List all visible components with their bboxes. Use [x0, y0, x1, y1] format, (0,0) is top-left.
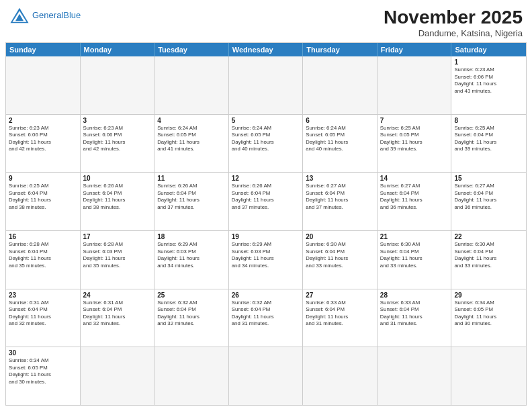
- day-number: 23: [9, 291, 77, 299]
- calendar-cell-w4-d3: 26Sunrise: 6:32 AM Sunset: 6:04 PM Dayli…: [229, 289, 304, 347]
- calendar-cell-w1-d1: 3Sunrise: 6:23 AM Sunset: 6:06 PM Daylig…: [81, 115, 155, 173]
- day-number: 4: [157, 117, 226, 124]
- day-number: 27: [306, 291, 374, 299]
- day-number: 29: [454, 291, 523, 299]
- cell-text: Sunrise: 6:24 AM Sunset: 6:05 PM Dayligh…: [157, 125, 226, 153]
- day-number: 3: [83, 117, 152, 124]
- calendar-cell-w4-d5: 28Sunrise: 6:33 AM Sunset: 6:04 PM Dayli…: [378, 289, 452, 347]
- calendar-cell-w1-d0: 2Sunrise: 6:23 AM Sunset: 6:06 PM Daylig…: [6, 115, 81, 173]
- header-friday: Friday: [378, 43, 452, 56]
- cell-text: Sunrise: 6:29 AM Sunset: 6:03 PM Dayligh…: [157, 241, 226, 269]
- header-sunday: Sunday: [6, 43, 81, 56]
- cell-text: Sunrise: 6:34 AM Sunset: 6:05 PM Dayligh…: [9, 357, 77, 385]
- day-number: 19: [232, 233, 300, 240]
- cell-text: Sunrise: 6:24 AM Sunset: 6:05 PM Dayligh…: [232, 125, 300, 153]
- logo: GeneralBlue: [9, 7, 81, 24]
- calendar-cell-w5-d1: [81, 347, 155, 405]
- cell-text: Sunrise: 6:28 AM Sunset: 6:03 PM Dayligh…: [83, 241, 152, 269]
- calendar-row-2: 9Sunrise: 6:25 AM Sunset: 6:04 PM Daylig…: [6, 172, 526, 230]
- calendar-cell-w0-d1: [81, 56, 155, 114]
- day-number: 13: [306, 175, 374, 182]
- day-number: 12: [232, 175, 300, 182]
- header-tuesday: Tuesday: [154, 43, 229, 56]
- calendar-cell-w2-d3: 12Sunrise: 6:26 AM Sunset: 6:04 PM Dayli…: [229, 173, 304, 230]
- cell-text: Sunrise: 6:29 AM Sunset: 6:03 PM Dayligh…: [232, 241, 300, 269]
- calendar-cell-w3-d5: 21Sunrise: 6:30 AM Sunset: 6:04 PM Dayli…: [378, 231, 452, 289]
- calendar-cell-w3-d0: 16Sunrise: 6:28 AM Sunset: 6:04 PM Dayli…: [6, 231, 81, 289]
- calendar-cell-w3-d4: 20Sunrise: 6:30 AM Sunset: 6:04 PM Dayli…: [303, 231, 378, 289]
- day-number: 16: [9, 233, 77, 240]
- cell-text: Sunrise: 6:24 AM Sunset: 6:05 PM Dayligh…: [306, 125, 374, 153]
- header-thursday: Thursday: [303, 43, 378, 56]
- cell-text: Sunrise: 6:33 AM Sunset: 6:04 PM Dayligh…: [306, 300, 374, 328]
- cell-text: Sunrise: 6:25 AM Sunset: 6:04 PM Dayligh…: [454, 125, 523, 153]
- cell-text: Sunrise: 6:23 AM Sunset: 6:06 PM Dayligh…: [9, 125, 77, 153]
- month-title: November 2025: [384, 7, 523, 28]
- calendar-cell-w5-d3: [229, 347, 304, 405]
- cell-text: Sunrise: 6:26 AM Sunset: 6:04 PM Dayligh…: [83, 183, 152, 211]
- calendar-cell-w0-d2: [154, 56, 229, 114]
- calendar-cell-w1-d6: 8Sunrise: 6:25 AM Sunset: 6:04 PM Daylig…: [451, 115, 526, 173]
- calendar-cell-w4-d0: 23Sunrise: 6:31 AM Sunset: 6:04 PM Dayli…: [6, 289, 81, 347]
- calendar-cell-w4-d6: 29Sunrise: 6:34 AM Sunset: 6:05 PM Dayli…: [451, 289, 526, 347]
- day-number: 15: [454, 175, 523, 182]
- day-number: 14: [380, 175, 449, 182]
- cell-text: Sunrise: 6:32 AM Sunset: 6:04 PM Dayligh…: [157, 300, 226, 328]
- calendar-cell-w0-d3: [229, 56, 304, 114]
- day-number: 25: [157, 291, 226, 299]
- calendar-cell-w3-d1: 17Sunrise: 6:28 AM Sunset: 6:03 PM Dayli…: [81, 231, 155, 289]
- page: GeneralBlue November 2025 Dandume, Katsi…: [0, 0, 532, 411]
- calendar-cell-w4-d2: 25Sunrise: 6:32 AM Sunset: 6:04 PM Dayli…: [154, 289, 229, 347]
- calendar-cell-w5-d2: [154, 347, 229, 405]
- cell-text: Sunrise: 6:27 AM Sunset: 6:04 PM Dayligh…: [454, 183, 523, 211]
- calendar-cell-w0-d4: [303, 56, 378, 114]
- calendar-cell-w0-d6: 1Sunrise: 6:23 AM Sunset: 6:06 PM Daylig…: [451, 56, 526, 114]
- day-number: 28: [380, 291, 449, 299]
- day-number: 5: [232, 117, 300, 124]
- day-number: 6: [306, 117, 374, 124]
- header: GeneralBlue November 2025 Dandume, Katsi…: [0, 0, 532, 42]
- day-number: 10: [83, 175, 152, 182]
- cell-text: Sunrise: 6:30 AM Sunset: 6:04 PM Dayligh…: [380, 241, 449, 269]
- cell-text: Sunrise: 6:31 AM Sunset: 6:04 PM Dayligh…: [83, 300, 152, 328]
- cell-text: Sunrise: 6:25 AM Sunset: 6:04 PM Dayligh…: [9, 183, 77, 211]
- header-saturday: Saturday: [451, 43, 526, 56]
- logo-text: GeneralBlue: [32, 10, 81, 21]
- calendar-cell-w1-d3: 5Sunrise: 6:24 AM Sunset: 6:05 PM Daylig…: [229, 115, 304, 173]
- day-number: 17: [83, 233, 152, 240]
- calendar-cell-w3-d2: 18Sunrise: 6:29 AM Sunset: 6:03 PM Dayli…: [154, 231, 229, 289]
- calendar-cell-w5-d4: [303, 347, 378, 405]
- calendar-row-0: 1Sunrise: 6:23 AM Sunset: 6:06 PM Daylig…: [6, 56, 526, 114]
- cell-text: Sunrise: 6:33 AM Sunset: 6:04 PM Dayligh…: [380, 300, 449, 328]
- calendar-cell-w3-d3: 19Sunrise: 6:29 AM Sunset: 6:03 PM Dayli…: [229, 231, 304, 289]
- calendar-row-1: 2Sunrise: 6:23 AM Sunset: 6:06 PM Daylig…: [6, 114, 526, 173]
- cell-text: Sunrise: 6:26 AM Sunset: 6:04 PM Dayligh…: [157, 183, 226, 211]
- cell-text: Sunrise: 6:23 AM Sunset: 6:06 PM Dayligh…: [454, 66, 523, 95]
- cell-text: Sunrise: 6:30 AM Sunset: 6:04 PM Dayligh…: [306, 241, 374, 269]
- day-number: 30: [9, 349, 77, 357]
- day-number: 2: [9, 117, 77, 124]
- day-number: 18: [157, 233, 226, 240]
- cell-text: Sunrise: 6:28 AM Sunset: 6:04 PM Dayligh…: [9, 241, 77, 269]
- cell-text: Sunrise: 6:31 AM Sunset: 6:04 PM Dayligh…: [9, 300, 77, 328]
- calendar-cell-w5-d6: [451, 347, 526, 405]
- day-number: 7: [380, 117, 449, 124]
- cell-text: Sunrise: 6:27 AM Sunset: 6:04 PM Dayligh…: [306, 183, 374, 211]
- calendar-row-4: 23Sunrise: 6:31 AM Sunset: 6:04 PM Dayli…: [6, 289, 526, 347]
- logo-general: General: [32, 10, 63, 20]
- cell-text: Sunrise: 6:26 AM Sunset: 6:04 PM Dayligh…: [232, 183, 300, 211]
- day-number: 9: [9, 175, 77, 182]
- calendar-row-5: 30Sunrise: 6:34 AM Sunset: 6:05 PM Dayli…: [6, 347, 526, 405]
- calendar-cell-w5-d5: [378, 347, 452, 405]
- calendar-cell-w2-d1: 10Sunrise: 6:26 AM Sunset: 6:04 PM Dayli…: [81, 173, 155, 230]
- calendar-cell-w4-d1: 24Sunrise: 6:31 AM Sunset: 6:04 PM Dayli…: [81, 289, 155, 347]
- calendar-cell-w2-d2: 11Sunrise: 6:26 AM Sunset: 6:04 PM Dayli…: [154, 173, 229, 230]
- cell-text: Sunrise: 6:34 AM Sunset: 6:05 PM Dayligh…: [454, 300, 523, 328]
- calendar-cell-w4-d4: 27Sunrise: 6:33 AM Sunset: 6:04 PM Dayli…: [303, 289, 378, 347]
- calendar-cell-w2-d4: 13Sunrise: 6:27 AM Sunset: 6:04 PM Dayli…: [303, 173, 378, 230]
- calendar: Sunday Monday Tuesday Wednesday Thursday…: [5, 42, 527, 406]
- calendar-cell-w2-d6: 15Sunrise: 6:27 AM Sunset: 6:04 PM Dayli…: [451, 173, 526, 230]
- calendar-cell-w2-d0: 9Sunrise: 6:25 AM Sunset: 6:04 PM Daylig…: [6, 173, 81, 230]
- calendar-row-3: 16Sunrise: 6:28 AM Sunset: 6:04 PM Dayli…: [6, 230, 526, 289]
- day-number: 24: [83, 291, 152, 299]
